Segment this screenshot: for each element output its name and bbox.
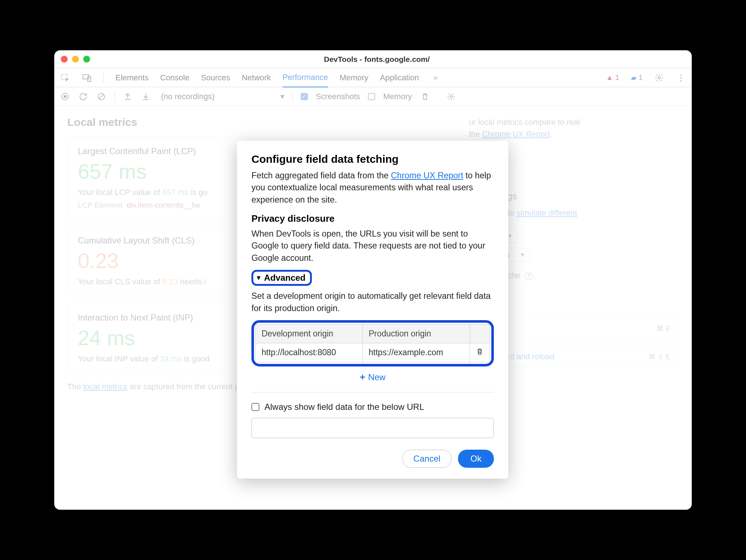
screenshots-label: Screenshots (316, 92, 360, 101)
tab-sources[interactable]: Sources (201, 73, 230, 82)
cancel-button[interactable]: Cancel (402, 450, 452, 468)
th-dev-origin: Development origin (256, 324, 363, 343)
tab-application[interactable]: Application (380, 73, 419, 82)
svg-point-7 (450, 96, 452, 98)
reload-icon[interactable] (78, 92, 88, 102)
gear-icon[interactable] (446, 92, 456, 102)
caret-down-icon: ▼ (255, 274, 262, 282)
devtools-tabstrip: Elements Console Sources Network Perform… (54, 68, 692, 87)
screenshots-checkbox[interactable]: ✓ (301, 93, 308, 100)
always-show-checkbox[interactable] (251, 403, 259, 411)
issues-badge[interactable]: ▰ 1 (631, 73, 643, 82)
delete-row-button[interactable] (470, 343, 490, 362)
svg-point-5 (64, 95, 67, 98)
modal-intro: Fetch aggregated field data from the Chr… (251, 170, 494, 206)
advanced-desc: Set a development origin to automaticall… (251, 290, 494, 314)
crux-report-link[interactable]: Chrome UX Report (391, 171, 463, 180)
modal-title: Configure field data fetching (251, 153, 494, 165)
titlebar: DevTools - fonts.google.com/ (54, 50, 692, 68)
tab-network[interactable]: Network (242, 73, 271, 82)
device-toolbar-icon[interactable] (82, 73, 92, 83)
tab-memory[interactable]: Memory (340, 73, 368, 82)
inspect-icon[interactable] (60, 73, 70, 83)
more-tabs-icon[interactable]: » (431, 73, 441, 83)
svg-point-3 (658, 76, 661, 79)
tab-elements[interactable]: Elements (115, 73, 149, 82)
maximize-icon[interactable] (83, 56, 90, 63)
advanced-toggle[interactable]: ▼ Advanced (251, 270, 312, 286)
th-prod-origin: Production origin (363, 324, 470, 343)
recordings-dropdown[interactable]: (no recordings) (161, 92, 215, 101)
tab-performance[interactable]: Performance (283, 73, 328, 88)
devtools-window: DevTools - fonts.google.com/ Elements Co… (54, 50, 692, 510)
origin-table: Development origin Production origin htt… (255, 324, 490, 362)
record-icon[interactable] (60, 92, 70, 102)
traffic-lights (61, 56, 90, 63)
td-prod-origin[interactable]: https://example.com (363, 343, 470, 362)
window-title: DevTools - fonts.google.com/ (90, 55, 664, 64)
performance-toolbar: (no recordings) ▾ ✓ Screenshots Memory (54, 87, 692, 106)
trash-icon[interactable] (420, 92, 430, 102)
memory-checkbox[interactable] (368, 93, 375, 100)
close-icon[interactable] (61, 56, 68, 63)
clear-icon[interactable] (96, 92, 106, 102)
origin-table-highlight: Development origin Production origin htt… (251, 320, 494, 366)
always-show-label: Always show field data for the below URL (264, 402, 424, 412)
add-new-button[interactable]: +New (251, 372, 494, 383)
plus-icon: + (360, 372, 365, 382)
kebab-icon[interactable]: ⋮ (676, 73, 686, 83)
ok-button[interactable]: Ok (458, 450, 494, 468)
download-icon[interactable] (141, 92, 151, 102)
privacy-heading: Privacy disclosure (251, 213, 494, 224)
minimize-icon[interactable] (72, 56, 79, 63)
memory-label: Memory (383, 92, 412, 101)
privacy-body: When DevTools is open, the URLs you visi… (251, 228, 494, 264)
field-data-modal: Configure field data fetching Fetch aggr… (237, 141, 508, 479)
upload-icon[interactable] (123, 92, 133, 102)
td-dev-origin[interactable]: http://localhost:8080 (256, 343, 363, 362)
url-input[interactable] (251, 418, 494, 438)
gear-icon[interactable] (654, 73, 664, 83)
tab-console[interactable]: Console (160, 73, 190, 82)
warnings-badge[interactable]: ▲ 1 (606, 73, 619, 82)
